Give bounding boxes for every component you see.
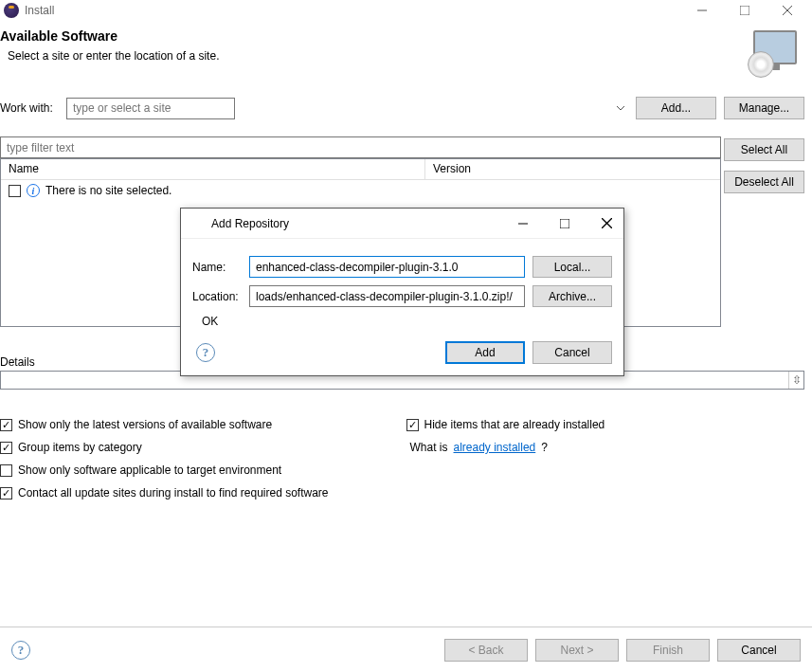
already-installed-link[interactable]: already installed bbox=[454, 441, 536, 454]
add-repository-dialog: Add Repository Name: Local... Location: … bbox=[180, 208, 624, 376]
what-is-suffix: ? bbox=[541, 441, 548, 454]
latest-versions-label: Show only the latest versions of availab… bbox=[18, 418, 272, 431]
minimize-button[interactable] bbox=[680, 0, 723, 21]
workwith-input[interactable] bbox=[66, 98, 235, 119]
location-input[interactable] bbox=[249, 285, 525, 307]
dialog-status: OK bbox=[202, 315, 612, 328]
table-row: i There is no site selected. bbox=[9, 184, 713, 197]
what-is-prefix: What is bbox=[410, 441, 448, 454]
eclipse-icon bbox=[189, 216, 204, 231]
page-title: Available Software bbox=[0, 28, 744, 44]
contact-sites-checkbox[interactable] bbox=[0, 487, 12, 499]
svg-rect-1 bbox=[740, 6, 749, 15]
group-items-label: Group items by category bbox=[18, 441, 142, 454]
no-site-text: There is no site selected. bbox=[45, 184, 171, 197]
deselect-all-button[interactable]: Deselect All bbox=[724, 171, 804, 193]
install-icon bbox=[744, 28, 801, 82]
workwith-row: Work with: Add... Manage... bbox=[0, 91, 812, 125]
column-name[interactable]: Name bbox=[1, 159, 425, 179]
window-title: Install bbox=[25, 4, 54, 17]
dialog-titlebar: Add Repository bbox=[181, 209, 623, 239]
dialog-help-icon[interactable]: ? bbox=[196, 343, 215, 362]
add-site-button[interactable]: Add... bbox=[636, 97, 716, 119]
name-label: Name: bbox=[192, 261, 242, 274]
manage-sites-button[interactable]: Manage... bbox=[724, 97, 804, 119]
chevron-down-icon[interactable] bbox=[617, 101, 624, 115]
workwith-label: Work with: bbox=[0, 101, 59, 115]
target-env-checkbox[interactable] bbox=[0, 464, 12, 477]
name-input[interactable] bbox=[249, 256, 525, 278]
latest-versions-checkbox[interactable] bbox=[0, 419, 12, 431]
target-env-label: Show only software applicable to target … bbox=[18, 463, 281, 477]
row-checkbox[interactable] bbox=[9, 185, 21, 197]
svg-rect-5 bbox=[560, 219, 569, 228]
dialog-cancel-button[interactable]: Cancel bbox=[532, 341, 612, 364]
dialog-minimize-button[interactable] bbox=[514, 214, 532, 233]
hide-installed-checkbox[interactable] bbox=[406, 419, 419, 431]
window-titlebar: Install bbox=[0, 0, 812, 21]
dialog-add-button[interactable]: Add bbox=[445, 341, 525, 364]
header-section: Available Software Select a site or ente… bbox=[0, 21, 812, 91]
location-label: Location: bbox=[192, 290, 242, 303]
select-all-button[interactable]: Select All bbox=[724, 138, 804, 161]
group-items-checkbox[interactable] bbox=[0, 442, 12, 454]
eclipse-icon bbox=[4, 3, 19, 18]
dialog-close-button[interactable] bbox=[597, 214, 616, 233]
finish-button[interactable]: Finish bbox=[626, 639, 710, 662]
next-button[interactable]: Next > bbox=[535, 639, 619, 662]
dialog-title: Add Repository bbox=[211, 217, 289, 230]
local-button[interactable]: Local... bbox=[532, 256, 612, 278]
expand-icon[interactable]: ⇳ bbox=[788, 372, 803, 389]
back-button[interactable]: < Back bbox=[444, 639, 528, 662]
archive-button[interactable]: Archive... bbox=[532, 285, 612, 307]
wizard-button-bar: ? < Back Next > Finish Cancel bbox=[0, 627, 812, 672]
page-subtitle: Select a site or enter the location of a… bbox=[8, 49, 744, 63]
help-icon[interactable]: ? bbox=[11, 641, 30, 660]
hide-installed-label: Hide items that are already installed bbox=[424, 418, 605, 431]
dialog-maximize-button[interactable] bbox=[555, 214, 574, 233]
cancel-button[interactable]: Cancel bbox=[717, 639, 801, 662]
filter-input[interactable] bbox=[0, 136, 721, 158]
column-version[interactable]: Version bbox=[425, 159, 720, 179]
info-icon: i bbox=[27, 184, 40, 197]
close-button[interactable] bbox=[766, 0, 808, 21]
maximize-button[interactable] bbox=[723, 0, 766, 21]
contact-sites-label: Contact all update sites during install … bbox=[18, 486, 329, 499]
